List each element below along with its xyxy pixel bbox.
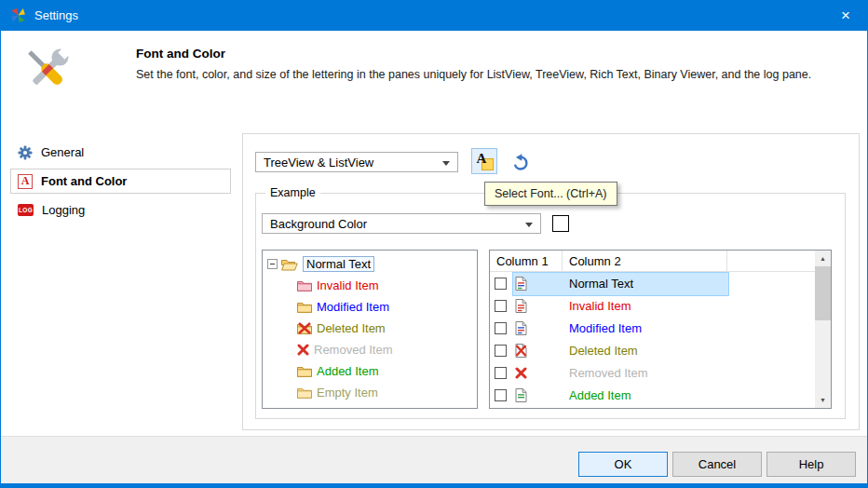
list-row-label: Added Item (569, 388, 631, 402)
red-x-icon (297, 344, 309, 356)
red-x-icon (515, 367, 527, 379)
checkbox[interactable] (495, 300, 507, 312)
list-row-deleted[interactable]: Deleted Item (490, 339, 831, 361)
deleted-folder-icon (297, 322, 312, 334)
listview-header: Column 1 Column 2 (490, 251, 831, 272)
letter-a-glyph: A (477, 152, 487, 166)
tree-item-removed[interactable]: Removed Item (263, 339, 477, 360)
color-target-value: Background Color (270, 217, 367, 231)
listview-example: Column 1 Column 2 (489, 250, 832, 409)
header: Font and Color Set the font, color, and … (1, 31, 867, 116)
tree-item-empty[interactable]: Empty Item (263, 382, 477, 403)
file-icon (515, 299, 527, 313)
open-folder-icon (281, 258, 298, 271)
help-button[interactable]: Help (766, 452, 856, 477)
list-row-invalid[interactable]: Invalid Item (490, 294, 831, 317)
tree-item-label: Removed Item (314, 343, 393, 357)
sidebar-item-label: Font and Color (41, 174, 127, 188)
gear-icon (18, 145, 33, 160)
scrollbar-thumb[interactable] (815, 266, 831, 320)
list-row-label: Modified Item (569, 321, 642, 335)
app-logo-icon (10, 7, 26, 23)
tree-item-added[interactable]: Added Item (263, 360, 477, 382)
sidebar-item-label: Logging (42, 203, 85, 217)
list-row-label: Removed Item (569, 366, 648, 380)
column-header[interactable]: Column 1 (490, 251, 563, 272)
scroll-down-icon[interactable] (815, 392, 831, 408)
undo-icon (511, 153, 529, 170)
tree-item-label: Normal Text (303, 256, 374, 272)
list-row-removed[interactable]: Removed Item (490, 361, 831, 384)
tree-item-label: Added Item (317, 364, 379, 378)
treeview-example: Normal Text Invalid Item (262, 250, 478, 409)
file-icon (515, 321, 527, 335)
list-row-normal-text[interactable]: Normal Text (490, 272, 831, 294)
list-row-modified[interactable]: Modified Item (490, 317, 831, 339)
list-row-label: Invalid Item (569, 299, 631, 313)
chevron-down-icon (442, 161, 450, 166)
sidebar-item-logging[interactable]: LOG Logging (10, 197, 231, 223)
scroll-up-icon[interactable] (815, 251, 831, 266)
list-row-label: Deleted Item (569, 344, 638, 358)
chevron-down-icon (525, 223, 533, 227)
footer: OK Cancel Help (1, 436, 867, 483)
collapse-icon[interactable] (267, 259, 278, 269)
close-button[interactable]: × (824, 0, 867, 31)
checkbox[interactable] (495, 345, 507, 357)
tree-item-label: Invalid Item (317, 278, 378, 292)
checkbox[interactable] (495, 389, 507, 401)
select-font-tooltip: Select Font... (Ctrl+A) (484, 182, 617, 206)
log-icon: LOG (18, 204, 34, 216)
invalid-folder-icon (297, 279, 312, 291)
folder-icon (297, 365, 312, 377)
pane-select-dropdown[interactable]: TreeView & ListView (255, 152, 458, 172)
folder-icon (297, 386, 312, 399)
tree-item-label: Deleted Item (317, 321, 386, 335)
list-row-label: Normal Text (569, 277, 633, 291)
sidebar-item-label: General (41, 145, 84, 159)
titlebar: Settings × (1, 0, 867, 31)
example-group: Example Background Color Normal Text (255, 193, 846, 419)
checkbox[interactable] (495, 322, 507, 334)
reset-font-button[interactable] (507, 148, 533, 174)
deleted-file-icon (515, 344, 527, 358)
sidebar-item-font-and-color[interactable]: A Font and Color (10, 169, 231, 194)
example-group-label: Example (265, 186, 320, 199)
file-icon (515, 388, 527, 402)
select-font-button[interactable]: A (471, 148, 497, 174)
folder-icon (297, 301, 312, 313)
tree-item-invalid[interactable]: Invalid Item (263, 275, 477, 296)
window-title: Settings (34, 8, 78, 22)
color-swatch[interactable] (552, 215, 569, 232)
sidebar-item-general[interactable]: General (10, 140, 231, 165)
color-target-dropdown[interactable]: Background Color (262, 213, 541, 234)
checkbox[interactable] (495, 367, 507, 379)
tree-item-label: Modified Item (317, 300, 389, 314)
tree-item-normal-text[interactable]: Normal Text (263, 253, 477, 275)
font-a-icon: A (18, 174, 33, 189)
list-row-added[interactable]: Added Item (490, 384, 831, 406)
tree-item-label: Empty Item (317, 386, 378, 400)
page-title: Font and Color (136, 47, 225, 61)
cancel-button[interactable]: Cancel (672, 452, 762, 477)
tools-icon (18, 40, 77, 100)
checkbox[interactable] (495, 278, 507, 290)
file-icon (515, 277, 527, 291)
scrollbar[interactable] (815, 251, 831, 408)
tree-item-modified[interactable]: Modified Item (263, 296, 477, 318)
column-header[interactable]: Column 2 (563, 251, 727, 272)
settings-window: Settings × Font and Color Set the font, … (0, 0, 868, 488)
window-bottom-border (1, 483, 867, 488)
ok-button[interactable]: OK (578, 452, 668, 477)
page-description: Set the font, color, and size of the let… (136, 68, 858, 81)
pane-select-value: TreeView & ListView (264, 156, 373, 169)
select-font-icon: A (476, 153, 494, 170)
tree-item-deleted[interactable]: Deleted Item (263, 318, 477, 339)
font-color-panel: TreeView & ListView A Example Background… (242, 133, 860, 430)
